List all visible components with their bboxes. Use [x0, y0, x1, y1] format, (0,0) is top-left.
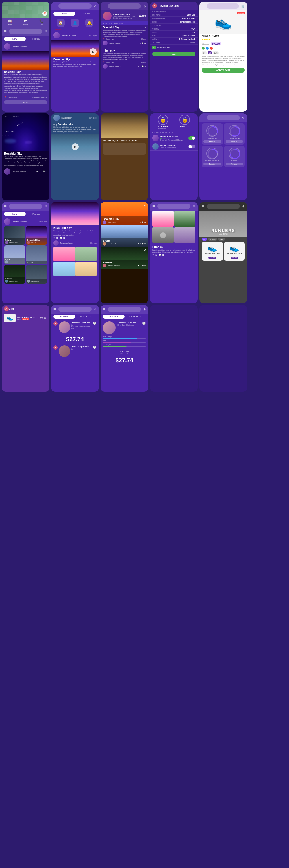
nearby2-tab-nearby[interactable]: NEARBY — [103, 315, 124, 318]
fav-2[interactable]: 🤍 — [93, 345, 97, 349]
friends-hamburger[interactable]: ☰ — [152, 205, 155, 208]
nav-book[interactable]: 📖 Book — [7, 19, 12, 26]
skill3-bar-bg — [103, 346, 146, 347]
nearby1-tab-nearby[interactable]: NEARBY — [53, 315, 75, 318]
runners-search[interactable] — [207, 204, 240, 209]
bs-arrow[interactable]: › — [145, 26, 146, 29]
supply-filter[interactable]: ⚙ — [242, 116, 245, 120]
hamburger-icon-nike[interactable]: ☰ — [202, 5, 204, 8]
fc1-name: Mike Oldson — [5, 241, 24, 244]
save-checkbox[interactable]: ✓ — [152, 46, 156, 49]
search-bar-1[interactable] — [9, 29, 42, 34]
cart-title: Cart — [9, 307, 47, 310]
bodywash-dial — [228, 125, 240, 136]
bs-detail-author-name: Jennifer Johnson — [60, 242, 73, 244]
nearby2-filter[interactable]: ⚙ — [143, 308, 146, 311]
search-bar-3[interactable] — [108, 3, 141, 9]
nav-call[interactable]: 📞 Call — [39, 19, 44, 26]
bodywash-reorder[interactable]: Reorder — [226, 140, 243, 143]
hamburger-icon-3[interactable]: ☰ — [103, 5, 106, 8]
unlock-btn[interactable]: 🔓 UNLOCK — [179, 115, 190, 129]
social-tab-new[interactable]: New — [4, 212, 26, 216]
search-bar-nike[interactable] — [207, 3, 239, 9]
size-9-5[interactable]: 9.5 — [202, 51, 207, 54]
row-3: ☰ ⚙ New Popular Jennifer Johnson 30m ago… — [2, 202, 287, 303]
home-icon[interactable]: 🏠 — [57, 19, 65, 27]
play-button[interactable]: ▶ — [89, 48, 97, 55]
collection-tab-new[interactable]: New — [218, 238, 225, 241]
color-green[interactable] — [202, 47, 205, 50]
social-hamburger[interactable]: ☰ — [4, 205, 7, 208]
social-search[interactable] — [9, 204, 42, 209]
close-button[interactable]: ✕ — [152, 3, 157, 8]
cofer-reorder[interactable]: Reorder — [226, 163, 243, 165]
tab-new-2[interactable]: New — [53, 11, 75, 16]
shoe-card-1: 👟 Nike Air Max 2016 $69.95 — [202, 242, 223, 261]
skill1-bar-bg — [103, 338, 146, 339]
fav-1[interactable]: 🤍 — [93, 321, 97, 326]
phone-extra-1 — [150, 305, 198, 392]
country-row: Country USA — [150, 27, 198, 31]
tab-new-1[interactable]: New — [4, 37, 26, 41]
nearby1-filter[interactable]: ⚙ — [94, 308, 97, 311]
supply-hamburger[interactable]: ☰ — [202, 116, 204, 120]
storm-avatar — [103, 242, 106, 246]
friends-photo-grid — [150, 211, 198, 244]
social-tab-popular[interactable]: Popular — [26, 212, 47, 216]
size-10-5[interactable]: 10.5 — [213, 51, 219, 54]
size-10[interactable]: 10 — [208, 51, 212, 54]
runners-count: 210 items — [211, 233, 235, 235]
collection-tab-popular[interactable]: Popular — [208, 238, 218, 241]
address-section-label: ADDRESS — [150, 24, 198, 27]
jessica-toggle[interactable] — [188, 136, 195, 140]
runners-hamburger[interactable]: ☰ — [202, 205, 204, 208]
color-red[interactable] — [210, 47, 213, 50]
filter-icon-3[interactable]: ⚙ — [143, 5, 146, 8]
nearby1-tab-favorites[interactable]: FAVORITES — [75, 315, 97, 318]
pay-button[interactable]: pay — [152, 52, 195, 56]
phone-stars: ✦ ✦ ✦ ✦ ✦ ✦ ✦ ✦ ✦ ✦ ✦ ✦ ✦ ✦ · · · · · · … — [2, 114, 49, 200]
share-icon[interactable]: ↗ — [144, 204, 146, 207]
author-name-1: Jennifer Johnson — [11, 46, 27, 48]
nearby1-hamburger[interactable]: ☰ — [53, 308, 56, 311]
fc4-stats: ❤ 11 💬 17 — [27, 261, 36, 263]
collection-tab-all[interactable]: All — [202, 238, 207, 241]
bell-icon[interactable]: 🔔 — [85, 19, 93, 27]
tab-popular-1[interactable]: Popular — [26, 37, 47, 41]
friends-search[interactable] — [157, 204, 190, 209]
dismiss-1[interactable]: ✕ — [53, 321, 58, 326]
nearby2-search[interactable] — [108, 307, 141, 312]
iphone-title: iPhone 7+ — [103, 49, 146, 52]
add-to-cart-button[interactable]: ADD TO CART — [202, 68, 245, 73]
hamburger-icon[interactable]: ☰ — [4, 30, 7, 33]
search-bar-2[interactable] — [59, 3, 92, 9]
nearby2-hamburger[interactable]: ☰ — [103, 308, 106, 311]
friends-comments: 💬 31 — [159, 254, 164, 256]
forrest-share-icon[interactable]: ↗ — [144, 249, 146, 252]
profile-fav[interactable]: 🤍 — [142, 321, 146, 326]
cart-icon-nike[interactable]: 🛒 — [241, 5, 245, 8]
friends-filter[interactable]: ⚙ — [193, 205, 195, 208]
person-icon[interactable]: 👤 — [71, 19, 79, 27]
thome-toggle[interactable] — [188, 145, 195, 148]
dismiss-2[interactable]: ✕ — [53, 345, 58, 349]
lake-play-button[interactable]: ▶ — [72, 143, 79, 150]
color-blue[interactable] — [206, 47, 209, 50]
filter-icon[interactable]: ⚙ — [44, 30, 47, 33]
nav-route[interactable]: 🗺 Route — [23, 19, 28, 26]
fc2-title: Beautiful Sky — [27, 239, 46, 241]
shampoo-reorder[interactable]: Reorder — [204, 140, 221, 143]
filter-icon-2[interactable]: ⚙ — [94, 5, 97, 8]
tab-popular-2[interactable]: Popular — [75, 11, 97, 16]
runners-filter[interactable]: ⚙ — [242, 205, 245, 208]
social-filter[interactable]: ⚙ — [44, 205, 47, 208]
supply-search[interactable] — [207, 115, 240, 120]
nearby1-search[interactable] — [59, 307, 92, 312]
nav-call-label: Call — [40, 24, 43, 26]
jessica-avatar — [152, 135, 159, 141]
papertowels-reorder[interactable]: Reorder — [204, 163, 221, 165]
more-button-1[interactable]: More — [4, 100, 47, 104]
cart-close[interactable]: ✕ — [4, 306, 9, 311]
hamburger-icon-2[interactable]: ☰ — [53, 5, 56, 8]
nearby2-tab-favorites[interactable]: FAVORITES — [124, 315, 146, 318]
